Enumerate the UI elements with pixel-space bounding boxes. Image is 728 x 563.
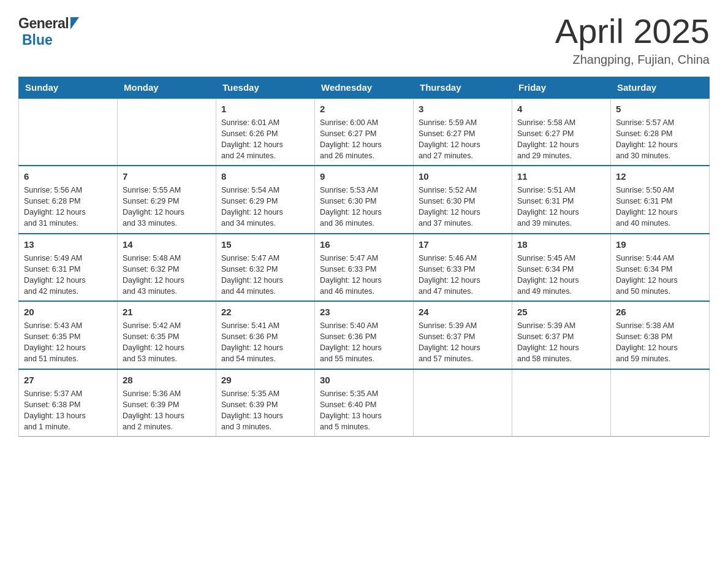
week-row-3: 13Sunrise: 5:49 AM Sunset: 6:31 PM Dayli… (19, 234, 710, 302)
col-header-monday: Monday (118, 77, 216, 98)
day-info: Sunrise: 5:49 AM Sunset: 6:31 PM Dayligh… (24, 253, 112, 297)
day-info: Sunrise: 5:44 AM Sunset: 6:34 PM Dayligh… (616, 253, 704, 297)
month-title: April 2025 (555, 12, 710, 50)
day-number: 23 (320, 305, 408, 318)
day-cell (19, 98, 118, 166)
day-number: 1 (221, 102, 309, 115)
day-cell: 15Sunrise: 5:47 AM Sunset: 6:32 PM Dayli… (216, 234, 315, 302)
day-number: 12 (616, 170, 704, 183)
day-info: Sunrise: 5:57 AM Sunset: 6:28 PM Dayligh… (616, 117, 704, 162)
day-info: Sunrise: 5:50 AM Sunset: 6:31 PM Dayligh… (616, 185, 704, 229)
day-number: 10 (419, 170, 507, 183)
day-info: Sunrise: 5:47 AM Sunset: 6:33 PM Dayligh… (320, 253, 408, 297)
day-cell: 16Sunrise: 5:47 AM Sunset: 6:33 PM Dayli… (315, 234, 414, 302)
day-info: Sunrise: 5:53 AM Sunset: 6:30 PM Dayligh… (320, 185, 408, 229)
day-info: Sunrise: 5:35 AM Sunset: 6:40 PM Dayligh… (320, 388, 408, 433)
day-number: 20 (24, 305, 112, 318)
title-section: April 2025 Zhangping, Fujian, China (555, 12, 710, 67)
day-number: 22 (221, 305, 309, 318)
day-cell: 5Sunrise: 5:57 AM Sunset: 6:28 PM Daylig… (611, 98, 710, 166)
col-header-thursday: Thursday (414, 77, 512, 98)
day-number: 27 (24, 373, 112, 386)
day-number: 24 (419, 305, 507, 318)
day-number: 13 (24, 238, 112, 251)
day-cell: 21Sunrise: 5:42 AM Sunset: 6:35 PM Dayli… (118, 301, 216, 369)
week-row-2: 6Sunrise: 5:56 AM Sunset: 6:28 PM Daylig… (19, 166, 710, 234)
day-cell: 22Sunrise: 5:41 AM Sunset: 6:36 PM Dayli… (216, 301, 315, 369)
day-info: Sunrise: 5:35 AM Sunset: 6:39 PM Dayligh… (221, 388, 309, 433)
logo: General Blue (18, 12, 79, 48)
day-cell: 28Sunrise: 5:36 AM Sunset: 6:39 PM Dayli… (118, 369, 216, 437)
day-cell: 17Sunrise: 5:46 AM Sunset: 6:33 PM Dayli… (414, 234, 512, 302)
location: Zhangping, Fujian, China (555, 53, 710, 67)
day-number: 7 (123, 170, 211, 183)
logo-arrow-icon (70, 17, 79, 32)
day-cell: 6Sunrise: 5:56 AM Sunset: 6:28 PM Daylig… (19, 166, 118, 234)
page-header: General Blue April 2025 Zhangping, Fujia… (18, 12, 710, 67)
day-cell: 1Sunrise: 6:01 AM Sunset: 6:26 PM Daylig… (216, 98, 315, 166)
day-info: Sunrise: 5:38 AM Sunset: 6:38 PM Dayligh… (616, 320, 704, 365)
day-number: 17 (419, 238, 507, 251)
day-cell (512, 369, 611, 437)
day-cell: 24Sunrise: 5:39 AM Sunset: 6:37 PM Dayli… (414, 301, 512, 369)
day-cell: 2Sunrise: 6:00 AM Sunset: 6:27 PM Daylig… (315, 98, 414, 166)
day-cell: 13Sunrise: 5:49 AM Sunset: 6:31 PM Dayli… (19, 234, 118, 302)
day-number: 19 (616, 238, 704, 251)
day-cell: 10Sunrise: 5:52 AM Sunset: 6:30 PM Dayli… (414, 166, 512, 234)
week-row-5: 27Sunrise: 5:37 AM Sunset: 6:38 PM Dayli… (19, 369, 710, 437)
day-info: Sunrise: 6:01 AM Sunset: 6:26 PM Dayligh… (221, 117, 309, 162)
day-cell: 30Sunrise: 5:35 AM Sunset: 6:40 PM Dayli… (315, 369, 414, 437)
day-cell: 4Sunrise: 5:58 AM Sunset: 6:27 PM Daylig… (512, 98, 611, 166)
col-header-wednesday: Wednesday (315, 77, 414, 98)
col-header-tuesday: Tuesday (216, 77, 315, 98)
day-cell: 23Sunrise: 5:40 AM Sunset: 6:36 PM Dayli… (315, 301, 414, 369)
day-info: Sunrise: 5:41 AM Sunset: 6:36 PM Dayligh… (221, 320, 309, 365)
day-cell: 29Sunrise: 5:35 AM Sunset: 6:39 PM Dayli… (216, 369, 315, 437)
day-info: Sunrise: 5:36 AM Sunset: 6:39 PM Dayligh… (123, 388, 211, 433)
day-cell: 19Sunrise: 5:44 AM Sunset: 6:34 PM Dayli… (611, 234, 710, 302)
day-number: 9 (320, 170, 408, 183)
day-cell: 12Sunrise: 5:50 AM Sunset: 6:31 PM Dayli… (611, 166, 710, 234)
day-number: 4 (517, 102, 605, 115)
day-number: 28 (123, 373, 211, 386)
calendar-header-row: SundayMondayTuesdayWednesdayThursdayFrid… (19, 77, 710, 98)
day-info: Sunrise: 5:42 AM Sunset: 6:35 PM Dayligh… (123, 320, 211, 365)
day-info: Sunrise: 5:39 AM Sunset: 6:37 PM Dayligh… (419, 320, 507, 365)
day-cell (118, 98, 216, 166)
day-number: 2 (320, 102, 408, 115)
day-info: Sunrise: 5:52 AM Sunset: 6:30 PM Dayligh… (419, 185, 507, 229)
logo-general-text: General (18, 15, 69, 32)
day-number: 5 (616, 102, 704, 115)
day-number: 30 (320, 373, 408, 386)
day-number: 11 (517, 170, 605, 183)
day-info: Sunrise: 5:40 AM Sunset: 6:36 PM Dayligh… (320, 320, 408, 365)
day-cell: 11Sunrise: 5:51 AM Sunset: 6:31 PM Dayli… (512, 166, 611, 234)
day-number: 15 (221, 238, 309, 251)
day-info: Sunrise: 5:58 AM Sunset: 6:27 PM Dayligh… (517, 117, 605, 162)
day-number: 3 (419, 102, 507, 115)
day-cell (611, 369, 710, 437)
day-cell: 20Sunrise: 5:43 AM Sunset: 6:35 PM Dayli… (19, 301, 118, 369)
day-info: Sunrise: 5:45 AM Sunset: 6:34 PM Dayligh… (517, 253, 605, 297)
day-info: Sunrise: 5:43 AM Sunset: 6:35 PM Dayligh… (24, 320, 112, 365)
day-cell: 18Sunrise: 5:45 AM Sunset: 6:34 PM Dayli… (512, 234, 611, 302)
day-info: Sunrise: 5:39 AM Sunset: 6:37 PM Dayligh… (517, 320, 605, 365)
week-row-1: 1Sunrise: 6:01 AM Sunset: 6:26 PM Daylig… (19, 98, 710, 166)
day-number: 29 (221, 373, 309, 386)
col-header-sunday: Sunday (19, 77, 118, 98)
day-cell: 26Sunrise: 5:38 AM Sunset: 6:38 PM Dayli… (611, 301, 710, 369)
day-cell: 3Sunrise: 5:59 AM Sunset: 6:27 PM Daylig… (414, 98, 512, 166)
day-number: 6 (24, 170, 112, 183)
day-number: 21 (123, 305, 211, 318)
day-info: Sunrise: 5:48 AM Sunset: 6:32 PM Dayligh… (123, 253, 211, 297)
day-info: Sunrise: 6:00 AM Sunset: 6:27 PM Dayligh… (320, 117, 408, 162)
day-cell (414, 369, 512, 437)
day-info: Sunrise: 5:54 AM Sunset: 6:29 PM Dayligh… (221, 185, 309, 229)
day-number: 18 (517, 238, 605, 251)
day-cell: 7Sunrise: 5:55 AM Sunset: 6:29 PM Daylig… (118, 166, 216, 234)
day-cell: 14Sunrise: 5:48 AM Sunset: 6:32 PM Dayli… (118, 234, 216, 302)
day-number: 26 (616, 305, 704, 318)
day-cell: 25Sunrise: 5:39 AM Sunset: 6:37 PM Dayli… (512, 301, 611, 369)
day-cell: 9Sunrise: 5:53 AM Sunset: 6:30 PM Daylig… (315, 166, 414, 234)
day-number: 14 (123, 238, 211, 251)
